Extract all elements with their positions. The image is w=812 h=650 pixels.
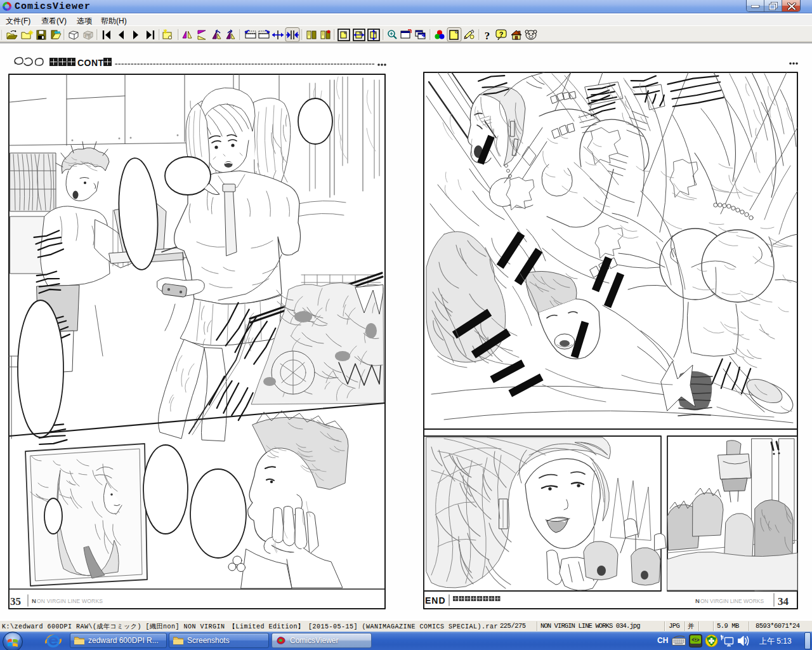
svg-text:N: N <box>32 597 36 604</box>
svg-text:END: END <box>425 595 446 606</box>
svg-text:ON VIRGIN LINE WORKS: ON VIRGIN LINE WORKS <box>700 598 764 604</box>
svg-text:PS: PS <box>85 33 92 39</box>
svg-text:ON VIRGIN LINE WORKS: ON VIRGIN LINE WORKS <box>37 598 103 604</box>
svg-text:34: 34 <box>778 595 789 607</box>
svg-text:35: 35 <box>10 595 21 607</box>
svg-text:N: N <box>695 597 700 604</box>
svg-text:CONTI: CONTI <box>77 58 107 68</box>
svg-text:?: ? <box>485 30 490 42</box>
svg-text:?: ? <box>499 30 504 38</box>
